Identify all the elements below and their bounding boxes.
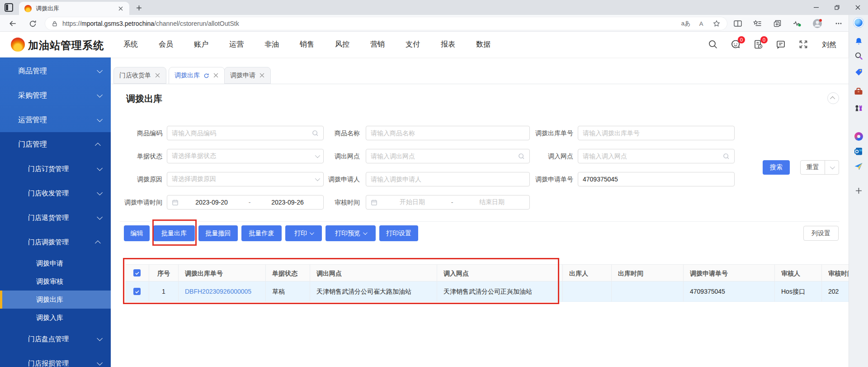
user-name[interactable]: 刘然 (822, 40, 836, 50)
reset-button[interactable]: 重置 (801, 161, 825, 174)
batch-void-button[interactable]: 批量作废 (241, 225, 282, 241)
window-minimize-icon[interactable] (806, 0, 826, 15)
sidebar-search-icon[interactable] (854, 51, 863, 61)
nav-item-system[interactable]: 系统 (113, 40, 148, 49)
apply-no-input[interactable] (583, 176, 730, 183)
audit-time-range[interactable]: 开始日期 - 结束日期 (366, 195, 530, 210)
read-aloud-icon[interactable]: A (695, 18, 707, 29)
address-bar[interactable]: https://mportal.gsms3.petrochina/channel… (45, 17, 727, 30)
sidebar-item-store-order-mgmt[interactable]: 门店订货管理 (0, 157, 111, 181)
sidebar-item-store-stocktake-mgmt[interactable]: 门店盘点管理 (0, 327, 111, 351)
collections-icon[interactable] (772, 18, 783, 29)
profile-avatar[interactable] (812, 18, 823, 29)
browser-tab[interactable]: 调拨出库 (19, 2, 129, 15)
sidebar-add-icon[interactable] (854, 186, 863, 195)
workspace-tab-allot-apply[interactable]: 调拨申请 (224, 67, 271, 84)
sidebar-item-store-loss-mgmt[interactable]: 门店报损管理 (0, 351, 111, 367)
search-icon[interactable] (723, 153, 730, 160)
applicant-field[interactable] (366, 172, 530, 186)
workspace-icon[interactable] (5, 3, 13, 12)
print-settings-button[interactable]: 打印设置 (379, 225, 418, 241)
toolbox-icon[interactable] (854, 86, 863, 96)
workspace-tab-receiving[interactable]: 门店收货单 (113, 67, 166, 84)
translate-icon[interactable]: aあ (680, 18, 692, 29)
sidebar-item-store-receive-mgmt[interactable]: 门店收发管理 (0, 181, 111, 205)
nav-item-nonoil[interactable]: 非油 (254, 40, 289, 49)
goods-name-field[interactable] (366, 126, 530, 140)
table-row[interactable]: 1 DBFH20230926000005 草稿 天津销售武清分公司崔大路加油站 … (125, 281, 849, 302)
window-close-icon[interactable] (847, 0, 868, 15)
out-stock-no-input[interactable] (583, 129, 730, 137)
sidebar-item-store-mgmt[interactable]: 门店管理 (0, 132, 111, 157)
applicant-input[interactable] (371, 176, 525, 183)
print-button[interactable]: 打印 (285, 225, 322, 241)
reset-dropdown-button[interactable] (825, 161, 839, 174)
sidebar-item-allot-audit[interactable]: 调拨审核 (0, 272, 111, 291)
goods-code-input[interactable] (172, 129, 309, 137)
goods-name-input[interactable] (371, 129, 525, 137)
shopping-tag-icon[interactable] (854, 67, 863, 77)
tab-close-icon[interactable] (155, 73, 160, 78)
out-stock-no-link[interactable]: DBFH20230926000005 (185, 288, 251, 295)
nav-item-data[interactable]: 数据 (466, 40, 501, 49)
sidebar-item-allot-inbound[interactable]: 调拨入库 (0, 309, 111, 327)
collapse-panel-button[interactable] (827, 92, 839, 104)
apply-time-from[interactable]: 2023-09-20 (180, 199, 243, 206)
audit-time-to[interactable]: 结束日期 (459, 198, 525, 206)
sidebar-item-store-allot-mgmt[interactable]: 门店调拨管理 (0, 230, 111, 254)
out-stock-no-field[interactable] (578, 126, 735, 140)
sidebar-item-allot-outbound[interactable]: 调拨出库 (0, 291, 111, 309)
nav-item-operation[interactable]: 运营 (219, 40, 254, 49)
nav-item-member[interactable]: 会员 (148, 40, 184, 49)
batch-recall-button[interactable]: 批量撤回 (198, 225, 238, 241)
outlook-icon[interactable] (854, 146, 863, 156)
in-node-input[interactable] (583, 153, 720, 160)
header-search-icon[interactable] (708, 39, 719, 50)
microsoft-365-icon[interactable] (854, 131, 863, 141)
row-checkbox[interactable] (133, 288, 141, 295)
drop-share-icon[interactable] (854, 161, 863, 171)
batch-outbound-button[interactable]: 批量出库 (153, 225, 195, 241)
sidebar-item-store-return-mgmt[interactable]: 门店退货管理 (0, 205, 111, 230)
out-node-input[interactable] (371, 153, 515, 160)
new-tab-icon[interactable] (135, 4, 143, 12)
tab-close-icon[interactable] (259, 73, 265, 78)
window-restore-icon[interactable] (826, 0, 847, 15)
fullscreen-icon[interactable] (798, 39, 809, 50)
back-icon[interactable] (7, 18, 18, 29)
nav-item-payment[interactable]: 支付 (395, 40, 430, 49)
favorite-star-icon[interactable] (711, 18, 722, 29)
settings-more-icon[interactable] (833, 18, 844, 29)
search-button[interactable]: 搜索 (763, 160, 790, 175)
tab-close-icon[interactable] (213, 73, 219, 78)
nav-item-report[interactable]: 报表 (430, 40, 466, 49)
favorites-list-icon[interactable] (752, 18, 763, 29)
out-node-field[interactable] (366, 149, 530, 163)
split-screen-icon[interactable] (732, 18, 743, 29)
workspace-tab-allot-outbound[interactable]: 调拨出库 (169, 67, 225, 84)
message-icon[interactable] (776, 39, 787, 50)
edit-button[interactable]: 编辑 (124, 225, 150, 241)
tab-close-icon[interactable] (117, 5, 125, 13)
sidebar-item-goods-mgmt[interactable]: 商品管理 (0, 59, 111, 83)
sidebar-item-operation-mgmt[interactable]: 运营管理 (0, 108, 111, 132)
games-icon[interactable] (854, 103, 863, 113)
audit-time-from[interactable]: 开始日期 (379, 198, 445, 206)
feedback-bubble-icon[interactable]: 0 (731, 39, 741, 50)
notifications-bell-icon[interactable] (854, 36, 863, 46)
order-receipt-icon[interactable]: 0 (753, 39, 764, 50)
tab-refresh-icon[interactable] (203, 73, 209, 79)
nav-item-marketing[interactable]: 营销 (360, 40, 395, 49)
copilot-icon[interactable] (854, 18, 863, 28)
nav-item-risk[interactable]: 风控 (325, 40, 360, 49)
nav-item-account[interactable]: 账户 (184, 40, 219, 49)
print-preview-button[interactable]: 打印预览 (326, 225, 376, 241)
browser-essentials-icon[interactable] (792, 18, 802, 29)
select-all-checkbox[interactable] (133, 269, 141, 276)
nav-item-sales[interactable]: 销售 (289, 40, 325, 49)
in-node-field[interactable] (578, 149, 735, 163)
apply-no-field[interactable] (578, 172, 735, 186)
column-settings-button[interactable]: 列设置 (803, 226, 839, 241)
sidebar-item-allot-apply[interactable]: 调拨申请 (0, 254, 111, 272)
refresh-icon[interactable] (27, 18, 38, 29)
